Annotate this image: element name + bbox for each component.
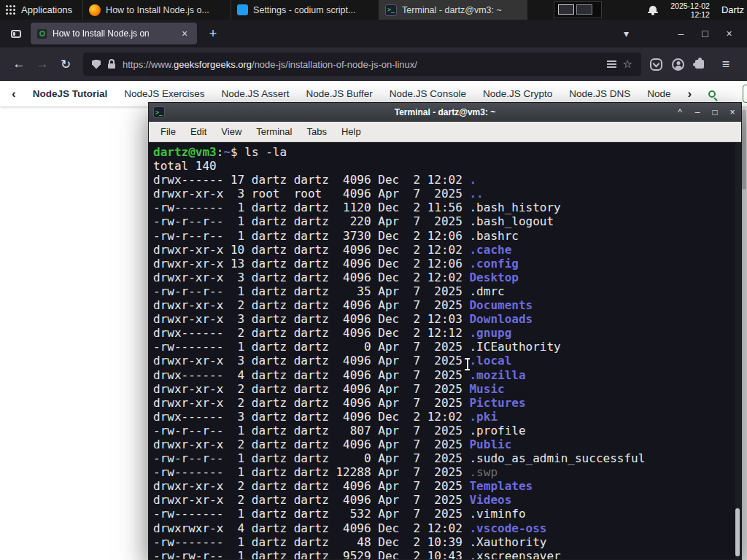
page-scrollbar[interactable] xyxy=(741,106,747,560)
tab-title: How to Install Node.js on xyxy=(53,28,173,39)
terminal-titlebar[interactable]: Terminal - dartz@vm3: ~ >_ ^ – □ × xyxy=(149,103,741,122)
terminal-listing: drwx------ 17 dartz dartz 4096 Dec 2 12:… xyxy=(153,173,741,559)
firefox-view-icon xyxy=(11,30,21,38)
tab-close-button[interactable]: × xyxy=(178,27,191,40)
terminal-total-line: total 140 xyxy=(153,159,741,173)
reload-button[interactable]: ↻ xyxy=(54,52,77,76)
nav-scroll-left-chevron[interactable]: ‹ xyxy=(12,88,16,100)
firefox-icon xyxy=(89,4,101,16)
hamburger-menu-button[interactable]: ≡ xyxy=(715,57,737,72)
browser-tab[interactable]: How to Install Node.js on × xyxy=(31,23,197,44)
mouse-ibeam-cursor xyxy=(464,358,471,370)
codium-icon xyxy=(237,4,248,15)
terminal-line: -rw-r--r-- 1 dartz dartz 0 Apr 7 2025 .s… xyxy=(153,451,741,465)
terminal-line: -rw------- 1 dartz dartz 0 Apr 7 2025 .I… xyxy=(153,340,741,354)
terminal-icon: >_ xyxy=(385,4,397,16)
terminal-shade-button[interactable]: ^ xyxy=(671,103,689,122)
terminal-menu-tabs[interactable]: Tabs xyxy=(299,126,333,137)
window-controls: ▾ – □ × xyxy=(614,23,741,44)
terminal-prompt-line: dartz@vm3:~$ ls -la xyxy=(153,145,741,159)
terminal-menu-terminal[interactable]: Terminal xyxy=(249,126,299,137)
site-nav-link[interactable]: Node xyxy=(647,88,670,99)
bookmark-star-icon[interactable]: ☆ xyxy=(623,58,632,71)
terminal-close-button[interactable]: × xyxy=(724,103,741,122)
terminal-menu-edit[interactable]: Edit xyxy=(183,126,214,137)
site-nav-link[interactable]: NodeJS Exercises xyxy=(124,88,204,99)
terminal-line: -rw------- 1 dartz dartz 532 Apr 7 2025 … xyxy=(153,507,741,521)
toolbar-icons: ≡ xyxy=(647,57,740,72)
terminal-menu-help[interactable]: Help xyxy=(334,126,368,137)
taskbar-button[interactable]: How to Install Node.js o... xyxy=(82,0,231,20)
pager-window-thumbnail xyxy=(576,4,592,15)
terminal-window: Terminal - dartz@vm3: ~ >_ ^ – □ × FileE… xyxy=(148,102,742,560)
sign-in-button[interactable]: Sign In xyxy=(743,85,747,103)
search-icon xyxy=(708,90,716,98)
nav-scroll-right-chevron[interactable]: › xyxy=(688,88,692,100)
terminal-line: -rw-r--r-- 1 dartz dartz 3730 Dec 2 12:0… xyxy=(153,229,741,243)
site-nav-link[interactable]: Node.JS Assert xyxy=(221,88,289,99)
clock-applet[interactable]: 2025-12-02 12:12 xyxy=(670,1,710,19)
terminal-line: -rw-r--r-- 1 dartz dartz 35 Apr 7 2025 .… xyxy=(153,284,741,298)
terminal-line: -rw------- 1 dartz dartz 1120 Dec 2 11:5… xyxy=(153,201,741,214)
navigation-toolbar: ← → ↻ https://www.geeksforgeeks.org/node… xyxy=(0,47,747,81)
terminal-window-controls: ^ – □ × xyxy=(671,103,741,122)
browser-minimize-button[interactable]: – xyxy=(669,23,693,44)
applications-grid-icon xyxy=(6,5,15,15)
clock-time: 12:12 xyxy=(670,10,710,19)
new-tab-button[interactable]: + xyxy=(203,23,223,44)
browser-maximize-button[interactable]: □ xyxy=(693,23,717,44)
clock-date: 2025-12-02 xyxy=(670,1,710,10)
terminal-menu-file[interactable]: File xyxy=(153,126,183,137)
https-lock-icon[interactable] xyxy=(107,59,116,69)
notifications-bell-icon[interactable] xyxy=(647,4,659,16)
terminal-line: drwxr-xr-x 2 dartz dartz 4096 Apr 7 2025… xyxy=(153,493,741,507)
browser-close-button[interactable]: × xyxy=(717,23,741,44)
site-nav-link[interactable]: Node.JS Crypto xyxy=(483,88,552,99)
terminal-title: Terminal - dartz@vm3: ~ xyxy=(149,107,741,117)
back-button[interactable]: ← xyxy=(7,52,31,76)
terminal-line: drwxr-xr-x 2 dartz dartz 4096 Apr 7 2025… xyxy=(153,438,741,451)
terminal-menu-view[interactable]: View xyxy=(214,126,249,137)
site-nav-link[interactable]: Node.JS DNS xyxy=(569,88,630,99)
taskbar-label: Settings - codium script... xyxy=(253,5,355,15)
pocket-icon[interactable] xyxy=(650,58,662,71)
terminal-line: -rw------- 1 dartz dartz 12288 Apr 7 202… xyxy=(153,465,741,479)
reader-mode-icon[interactable] xyxy=(607,61,616,69)
terminal-minimize-button[interactable]: – xyxy=(689,103,706,122)
taskbar-button[interactable]: Settings - codium script... xyxy=(231,0,379,20)
site-nav-link-tutorial[interactable]: NodeJS Tutorial xyxy=(33,88,108,99)
terminal-line: -rw-r--r-- 1 dartz dartz 220 Apr 7 2025 … xyxy=(153,214,741,228)
site-nav-links: NodeJS ExercisesNode.JS AssertNode.JS Bu… xyxy=(124,88,670,99)
terminal-line: drwxr-xr-x 2 dartz dartz 4096 Apr 7 2025… xyxy=(153,382,741,396)
account-icon[interactable] xyxy=(672,58,684,71)
terminal-scrollbar-thumb[interactable] xyxy=(735,508,740,556)
forward-button[interactable]: → xyxy=(31,52,54,76)
terminal-scrollbar[interactable] xyxy=(735,142,741,559)
search-button[interactable] xyxy=(708,86,716,102)
user-menu[interactable]: Dartz xyxy=(721,4,744,15)
terminal-line: drwxr-xr-x 2 dartz dartz 4096 Apr 7 2025… xyxy=(153,396,741,410)
url-text: https://www.geeksforgeeks.org/node-js/in… xyxy=(123,59,597,70)
extensions-icon[interactable] xyxy=(695,60,704,69)
list-all-tabs-button[interactable]: ▾ xyxy=(614,23,638,44)
page-scrollbar-thumb[interactable] xyxy=(742,109,746,190)
terminal-maximize-button[interactable]: □ xyxy=(706,103,724,122)
terminal-line: drwx------ 4 dartz dartz 4096 Apr 7 2025… xyxy=(153,368,741,382)
terminal-line: drwxr-xr-x 2 dartz dartz 4096 Apr 7 2025… xyxy=(153,298,741,312)
firefox-view-button[interactable] xyxy=(6,23,26,44)
tracking-protection-shield-icon[interactable] xyxy=(92,60,101,69)
pager-window-thumbnail xyxy=(558,4,574,15)
taskbar-label: How to Install Node.js o... xyxy=(106,5,209,15)
applications-menu-button[interactable]: Applications xyxy=(0,0,82,20)
terminal-line: -rw-r--r-- 1 dartz dartz 807 Apr 7 2025 … xyxy=(153,424,741,438)
terminal-output[interactable]: dartz@vm3:~$ ls -la total 140 drwx------… xyxy=(149,142,741,559)
site-nav-link[interactable]: Node.JS Buffer xyxy=(306,88,373,99)
terminal-menubar: FileEditViewTerminalTabsHelp xyxy=(149,122,741,142)
url-bar[interactable]: https://www.geeksforgeeks.org/node-js/in… xyxy=(83,52,641,76)
workspace-pager[interactable] xyxy=(554,1,602,18)
terminal-line: drwx------ 2 dartz dartz 4096 Dec 2 12:1… xyxy=(153,326,741,340)
tab-bar: How to Install Node.js on × + ▾ – □ × xyxy=(0,20,747,47)
site-nav-link[interactable]: Node.JS Console xyxy=(390,88,466,99)
taskbar-button[interactable]: >_Terminal - dartz@vm3: ~ xyxy=(379,0,527,20)
window-taskbar: How to Install Node.js o...Settings - co… xyxy=(82,0,527,20)
